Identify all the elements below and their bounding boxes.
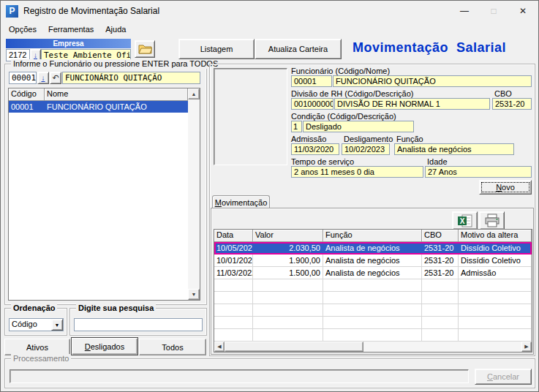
- export-excel-button[interactable]: X: [452, 211, 478, 230]
- menu-item-ferramentas[interactable]: Ferramentas: [42, 23, 99, 36]
- employee-row-nome: FUNCIONÁRIO QUITAÇÃO: [45, 101, 188, 113]
- novo-button[interactable]: Novo: [479, 180, 532, 195]
- condicao-label: Condição (Código/Descrição): [291, 112, 396, 121]
- empresa-caption: Empresa: [6, 39, 131, 48]
- menu-item-ajuda[interactable]: Ajuda: [99, 23, 132, 36]
- movement-row[interactable]: 10/01/2023 1.900,00 Analista de negócios…: [214, 255, 532, 267]
- employee-grid: Código Nome 00001 FUNCIONÁRIO QUITAÇÃO ▲…: [8, 88, 200, 301]
- condicao-code-field[interactable]: 1: [291, 121, 302, 132]
- cancelar-button[interactable]: Cancelar: [475, 369, 532, 385]
- employee-filter-group-label: Informe o Funcionário ou pressione ENTER…: [11, 59, 220, 69]
- admissao-label: Admissão: [291, 135, 326, 143]
- tab-ativos[interactable]: Ativos: [4, 339, 70, 355]
- desligamento-field[interactable]: 10/02/2023: [342, 143, 390, 155]
- movement-cell-motivo: Dissídio Coletivo: [459, 255, 532, 267]
- employee-grid-scrollbar[interactable]: ▲ ▼: [188, 88, 200, 300]
- movement-cell-data: 11/03/2022: [214, 267, 253, 279]
- movement-empty-row: [214, 317, 532, 329]
- funcionario-code-field[interactable]: 00001: [291, 75, 332, 87]
- scroll-up-icon[interactable]: ▲: [188, 88, 200, 99]
- column-header-codigo[interactable]: Código: [9, 88, 45, 101]
- employee-row[interactable]: 00001 FUNCIONÁRIO QUITAÇÃO: [9, 101, 188, 113]
- scroll-right-icon[interactable]: ▶: [521, 342, 532, 352]
- maximize-icon[interactable]: □: [479, 1, 508, 21]
- idade-field[interactable]: 27 Anos: [425, 166, 532, 178]
- print-button[interactable]: [479, 211, 505, 230]
- column-header-funcao[interactable]: Função: [323, 230, 422, 242]
- funcionario-label: Funcionário (Código/Nome): [291, 67, 390, 75]
- undo-button[interactable]: ↶: [50, 72, 61, 84]
- app-window: P Registro de Movimentação Salarial — □ …: [0, 0, 539, 392]
- idade-label: Idade: [427, 157, 448, 166]
- printer-icon: [484, 214, 500, 227]
- column-header-valor[interactable]: Valor: [253, 230, 323, 242]
- employee-lookup-button[interactable]: ↓: [37, 72, 49, 84]
- titlebar: P Registro de Movimentação Salarial — □ …: [1, 1, 538, 21]
- svg-text:X: X: [459, 216, 464, 225]
- menu-item-opcoes[interactable]: Opções: [3, 23, 42, 36]
- tab-desligados[interactable]: Desligados: [71, 337, 138, 355]
- tab-ativos-label: Ativos: [26, 343, 48, 352]
- tab-todos-label: Todos: [162, 343, 183, 352]
- tempo-servico-field[interactable]: 2 anos 11 meses 0 dia: [291, 166, 423, 178]
- window-controls: — □ ✕: [450, 1, 538, 21]
- cancelar-button-label: Cancelar: [487, 372, 519, 381]
- movement-empty-row: [214, 329, 532, 342]
- novo-button-label: Novo: [496, 183, 515, 192]
- lookup-down-icon: ↓: [34, 52, 37, 59]
- movement-cell-valor: 2.030,50: [253, 242, 323, 255]
- tab-desligados-label: Desligados: [85, 342, 124, 351]
- window-title: Registro de Movimentação Salarial: [23, 6, 159, 16]
- atualiza-carteira-button-label: Atualiza Carteira: [268, 45, 328, 53]
- hscroll-thumb[interactable]: [225, 342, 363, 352]
- tempo-servico-label: Tempo de serviço: [291, 157, 354, 166]
- condicao-name-field[interactable]: Desligado: [303, 121, 414, 132]
- column-header-data[interactable]: Data: [214, 230, 253, 242]
- movement-cell-funcao: Analista de negócios: [323, 242, 422, 255]
- admissao-field[interactable]: 11/03/2020: [291, 143, 339, 155]
- tab-movimentacao[interactable]: Movimentação: [212, 195, 270, 208]
- movement-empty-row: [214, 292, 532, 304]
- undo-icon: ↶: [52, 74, 59, 82]
- employee-code-field[interactable]: 00001: [9, 72, 37, 84]
- column-header-cbo[interactable]: CBO: [422, 230, 459, 242]
- scroll-left-icon[interactable]: ◀: [214, 342, 225, 352]
- divisao-name-field[interactable]: DIVISÃO DE RH NORMAL 1: [334, 98, 490, 110]
- pesquisa-group-label: Digite sua pesquisa: [76, 304, 156, 313]
- employee-name-field[interactable]: FUNCIONÁRIO QUITAÇÃO: [62, 72, 200, 84]
- scroll-down-icon[interactable]: ▼: [188, 289, 200, 300]
- column-header-nome[interactable]: Nome: [45, 88, 188, 101]
- movement-cell-funcao: Analista de negócios: [323, 255, 422, 267]
- employee-grid-header: Código Nome: [9, 88, 188, 101]
- movements-grid-hscrollbar[interactable]: ◀ ▶: [214, 342, 532, 352]
- processamento-group-label: Processamento: [11, 354, 71, 363]
- atualiza-carteira-button[interactable]: Atualiza Carteira: [255, 39, 342, 59]
- movements-grid: Data Valor Função CBO Motivo da altera 1…: [214, 229, 532, 353]
- divisao-label: Divisão de RH (Código/Descrição): [291, 89, 414, 98]
- search-input[interactable]: [74, 318, 203, 331]
- open-company-button[interactable]: [135, 40, 155, 58]
- cbo-field[interactable]: 2531-20: [492, 98, 532, 110]
- funcao-label: Função: [396, 135, 423, 143]
- chevron-down-icon[interactable]: ▼: [51, 319, 63, 331]
- ordenacao-select[interactable]: Código ▼: [9, 318, 64, 331]
- excel-icon: X: [458, 214, 472, 227]
- funcionario-name-field[interactable]: FUNCIONÁRIO QUITAÇÃO: [333, 75, 532, 87]
- ordenacao-selected-value: Código: [12, 320, 37, 328]
- column-header-motivo[interactable]: Motivo da altera: [459, 230, 532, 242]
- minimize-icon[interactable]: —: [450, 1, 479, 21]
- listagem-button-label: Listagem: [200, 45, 233, 53]
- movement-cell-cbo: 2531-20: [422, 255, 459, 267]
- movement-row[interactable]: 11/03/2022 1.500,00 Analista de negócios…: [214, 267, 532, 279]
- movement-cell-motivo: Dissídio Coletivo: [459, 242, 532, 255]
- tab-movimentacao-label: Movimentação: [215, 198, 268, 207]
- cbo-label: CBO: [494, 89, 512, 98]
- close-icon[interactable]: ✕: [508, 1, 538, 21]
- funcao-field[interactable]: Analista de negócios: [394, 143, 514, 155]
- movements-grid-header: Data Valor Função CBO Motivo da altera: [214, 230, 532, 242]
- ordenacao-group-label: Ordenação: [11, 304, 57, 313]
- tab-todos[interactable]: Todos: [139, 339, 206, 355]
- listagem-button[interactable]: Listagem: [178, 39, 255, 59]
- movement-row[interactable]: 10/05/2024 2.030,50 Analista de negócios…: [214, 242, 532, 255]
- divisao-code-field[interactable]: 001000000: [291, 98, 333, 110]
